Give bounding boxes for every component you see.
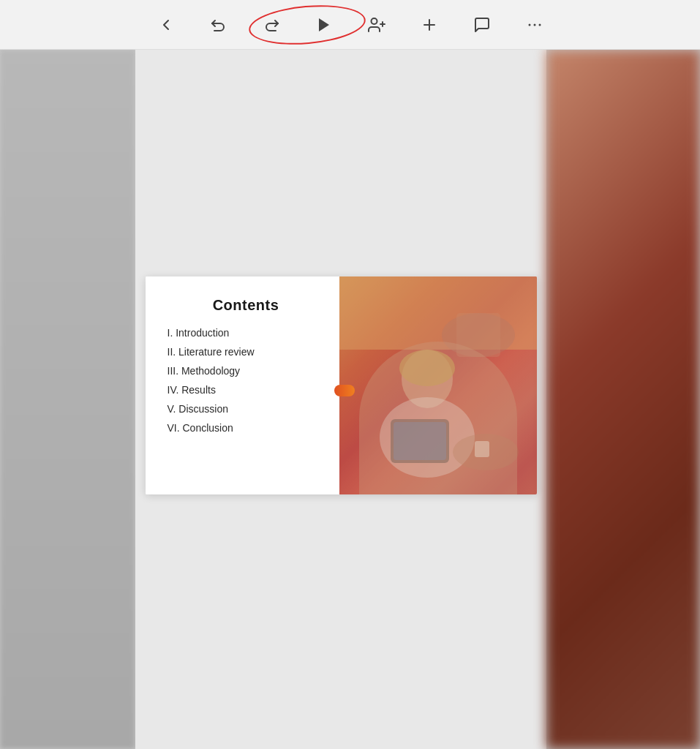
svg-point-1 <box>371 18 377 24</box>
svg-point-18 <box>453 434 519 470</box>
comment-icon <box>473 16 491 34</box>
slide-contents-panel: Contents I. IntroductionII. Literature r… <box>146 276 339 494</box>
back-icon <box>157 16 175 34</box>
svg-rect-12 <box>456 313 500 357</box>
slide-top-spacer <box>135 50 546 276</box>
undo-button[interactable] <box>204 10 233 39</box>
toc-item: IV. Results <box>168 384 325 396</box>
svg-rect-19 <box>475 441 489 457</box>
toc-item: II. Literature review <box>168 346 325 358</box>
toc-list: I. IntroductionII. Literature reviewIII.… <box>168 327 325 434</box>
svg-point-7 <box>533 23 535 26</box>
sidebar-left <box>0 50 135 749</box>
play-button[interactable] <box>309 10 339 39</box>
svg-point-15 <box>380 397 475 478</box>
slide-image <box>339 276 537 494</box>
slide-title: Contents <box>168 297 325 314</box>
plus-icon <box>421 16 438 34</box>
add-button[interactable] <box>415 10 444 39</box>
slide-card: Contents I. IntroductionII. Literature r… <box>146 276 537 494</box>
slide-image-svg <box>339 276 537 494</box>
back-button[interactable] <box>151 10 181 39</box>
comment-button[interactable] <box>467 10 497 39</box>
toc-item: V. Discussion <box>168 403 325 415</box>
center-content: Contents I. IntroductionII. Literature r… <box>135 50 546 749</box>
sidebar-right <box>546 50 700 749</box>
svg-rect-16 <box>391 419 449 463</box>
toc-item: VI. Conclusion <box>168 422 325 434</box>
svg-point-8 <box>538 23 541 26</box>
svg-marker-0 <box>319 18 329 31</box>
svg-point-13 <box>402 350 453 408</box>
svg-point-14 <box>399 350 455 386</box>
slide-dot-indicator <box>334 385 355 396</box>
toc-item: I. Introduction <box>168 327 325 339</box>
add-user-button[interactable] <box>362 10 391 39</box>
play-icon <box>315 16 333 34</box>
main-area: Contents I. IntroductionII. Literature r… <box>0 50 700 749</box>
redo-button[interactable] <box>257 10 286 39</box>
svg-rect-17 <box>394 422 446 460</box>
slide-image-panel <box>339 276 537 494</box>
add-user-icon <box>368 16 385 34</box>
more-button[interactable] <box>520 10 549 39</box>
undo-icon <box>210 16 227 34</box>
toolbar <box>0 0 700 50</box>
redo-icon <box>263 16 280 34</box>
svg-point-6 <box>528 23 530 26</box>
more-icon <box>526 16 543 34</box>
slide-bottom-spacer <box>135 494 546 749</box>
toc-item: III. Methodology <box>168 365 325 377</box>
